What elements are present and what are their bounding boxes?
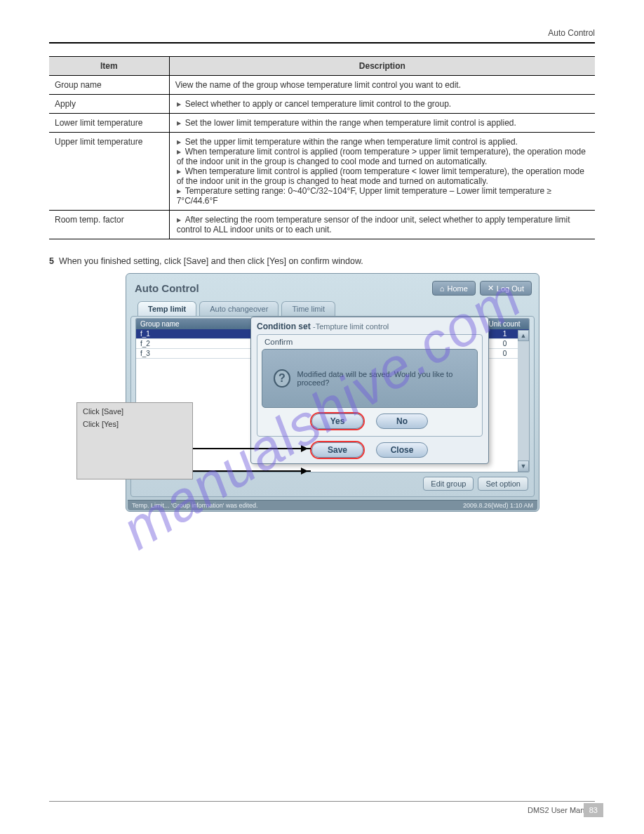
spec-desc: Set the upper limit temperature within t… xyxy=(169,133,595,211)
titlebar: Auto Control ⌂ Home ✕ Log Out xyxy=(130,278,535,301)
home-label: Home xyxy=(448,284,468,293)
step-number: 5 xyxy=(49,256,54,266)
spec-desc-item: After selecting the room temperature sen… xyxy=(177,215,589,234)
header-breadcrumb: Auto Control xyxy=(49,28,595,38)
cond-subtitle: -Tempture limit control xyxy=(313,322,389,331)
confirm-body: ? Modified data will be saved. Would you… xyxy=(262,349,478,408)
callout-box: Click [Save] Click [Yes] xyxy=(76,402,193,479)
spec-table: Item Description Group nameView the name… xyxy=(49,56,595,239)
spec-desc-item: When temperature limit control is applie… xyxy=(177,166,589,186)
spec-col-item: Item xyxy=(49,57,169,76)
spec-desc-item: Select whether to apply or cancel temper… xyxy=(177,99,589,109)
home-icon: ⌂ xyxy=(440,284,445,293)
callout-line2: Click [Yes] xyxy=(83,420,187,428)
save-button[interactable]: Save xyxy=(311,442,363,458)
page-number-badge: 83 xyxy=(584,803,603,817)
logout-button[interactable]: ✕ Log Out xyxy=(480,281,532,296)
tab-temp-limit[interactable]: Temp limit xyxy=(137,301,196,316)
condition-set-dialog: Condition set -Tempture limit control Co… xyxy=(250,317,489,464)
spec-desc-item: When temperature limit control is applie… xyxy=(177,147,589,166)
scroll-down-icon[interactable]: ▼ xyxy=(518,461,529,472)
spec-item: Group name xyxy=(49,76,169,95)
spec-item: Room temp. factor xyxy=(49,211,169,239)
spec-desc-item: Set the upper limit temperature within t… xyxy=(177,137,589,147)
arrow-to-save xyxy=(193,470,311,472)
status-datetime: 2009.8.26(Wed) 1:10 AM xyxy=(463,502,533,509)
close-button[interactable]: Close xyxy=(376,442,428,458)
spec-desc: After selecting the room temperature sen… xyxy=(169,211,595,239)
header-divider xyxy=(49,42,595,44)
tab-auto-changeover[interactable]: Auto changeover xyxy=(199,301,279,316)
condition-set-title: Condition set -Tempture limit control xyxy=(257,322,483,334)
spec-desc-item: Temperature setting range: 0~40°C/32~104… xyxy=(177,186,589,206)
edit-group-button[interactable]: Edit group xyxy=(423,477,474,491)
close-icon: ✕ xyxy=(488,284,494,293)
set-option-button[interactable]: Set option xyxy=(478,477,528,491)
grid-scrollbar[interactable]: ▲ ▼ xyxy=(518,330,529,472)
step-5-text: 5 When you finished setting, click [Save… xyxy=(49,256,595,266)
spec-desc: Set the lower limit temperature within t… xyxy=(169,114,595,133)
tabs: Temp limit Auto changeover Time limit xyxy=(130,301,535,316)
step-desc: When you finished setting, click [Save] … xyxy=(59,256,363,266)
spec-col-desc: Description xyxy=(169,57,595,76)
spec-item: Apply xyxy=(49,95,169,114)
question-icon: ? xyxy=(274,369,290,388)
tab-time-limit[interactable]: Time limit xyxy=(281,301,335,316)
cond-title-label: Condition set xyxy=(257,322,311,331)
spec-item: Lower limit temperature xyxy=(49,114,169,133)
yes-button[interactable]: Yes xyxy=(311,413,363,429)
spec-desc: Select whether to apply or cancel temper… xyxy=(169,95,595,114)
spec-item: Upper limit temperature xyxy=(49,133,169,211)
callout-line1: Click [Save] xyxy=(83,407,187,416)
confirm-dialog: Confirm ? Modified data will be saved. W… xyxy=(257,334,483,437)
scroll-up-icon[interactable]: ▲ xyxy=(518,330,529,341)
page-footer: DMS2 User Manual xyxy=(49,801,595,814)
confirm-message: Modified data will be saved. Would you l… xyxy=(297,370,466,387)
window-title: Auto Control xyxy=(135,282,199,294)
screenshot: Auto Control ⌂ Home ✕ Log Out Temp limit… xyxy=(76,273,568,512)
status-bar: Temp. Limit... 'Group information' was e… xyxy=(128,500,537,510)
logout-label: Log Out xyxy=(497,284,524,293)
status-message: Temp. Limit... 'Group information' was e… xyxy=(132,502,258,509)
no-button[interactable]: No xyxy=(376,413,428,429)
home-button[interactable]: ⌂ Home xyxy=(432,281,476,296)
spec-desc-item: Set the lower limit temperature within t… xyxy=(177,118,589,128)
confirm-title: Confirm xyxy=(262,338,478,349)
arrow-to-yes xyxy=(193,448,311,449)
spec-desc: View the name of the group whose tempera… xyxy=(169,76,595,95)
